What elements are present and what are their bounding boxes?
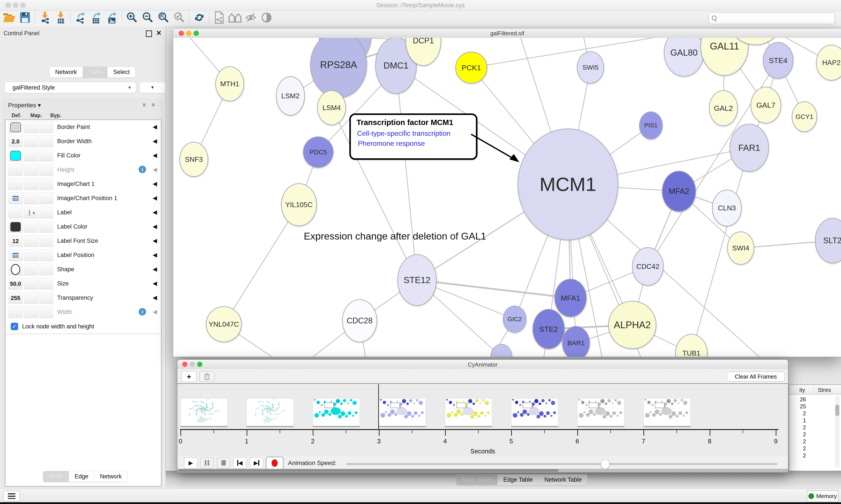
zoom-out-button[interactable] xyxy=(140,11,156,25)
save-session-button[interactable] xyxy=(17,11,33,25)
memory-button[interactable]: Memory xyxy=(807,490,838,502)
frame-thumbnail-7[interactable] xyxy=(643,398,691,426)
network-node-STE4[interactable]: STE4 xyxy=(763,42,793,79)
network-node-FAR1[interactable]: FAR1 xyxy=(730,124,769,172)
network-canvas[interactable]: Transcription factor MCM1 Cell-type-spec… xyxy=(173,38,841,357)
show-graphics-button[interactable] xyxy=(258,11,274,25)
property-row-border-paint[interactable]: Border Paint◀ xyxy=(5,120,160,134)
timeline[interactable]: Seconds 0123456789 xyxy=(177,384,788,456)
collapse-all-icon[interactable]: « xyxy=(152,101,156,109)
network-node-GCY1[interactable]: GCY1 xyxy=(792,101,817,132)
default-value-cell[interactable] xyxy=(8,178,22,190)
tab-network[interactable]: Network xyxy=(50,67,83,77)
speed-slider[interactable] xyxy=(346,463,777,465)
frame-thumbnail-2[interactable] xyxy=(313,398,360,426)
bypass-cell[interactable] xyxy=(39,306,53,318)
zoom-in-button[interactable] xyxy=(124,11,140,25)
mapping-cell[interactable] xyxy=(24,178,38,190)
network-node-MCM1[interactable]: MCM1 xyxy=(518,128,618,240)
speed-slider-thumb[interactable] xyxy=(601,459,609,469)
bypass-cell[interactable] xyxy=(39,207,53,218)
bypass-cell[interactable] xyxy=(39,292,53,304)
hide-graphics-button[interactable] xyxy=(243,11,258,25)
frame-thumbnail-5[interactable] xyxy=(511,398,558,426)
collapse-arrow-icon[interactable]: ◀ xyxy=(153,152,157,159)
property-row-label-font-size[interactable]: 12Label Font Size◀ xyxy=(5,234,160,248)
style-options-button[interactable]: ▾ xyxy=(139,82,165,93)
cyanimator-titlebar[interactable]: CyAnimator xyxy=(177,360,788,369)
zoom-selected-button[interactable] xyxy=(172,11,187,25)
bypass-cell[interactable] xyxy=(39,249,53,261)
open-session-button[interactable] xyxy=(1,11,17,25)
default-value-cell[interactable] xyxy=(8,249,22,261)
collapse-arrow-icon[interactable]: ◀ xyxy=(153,209,157,216)
default-value-cell[interactable] xyxy=(8,306,22,318)
default-value-cell[interactable]: 12 xyxy=(8,235,22,247)
network-node-MFA2[interactable]: MFA2 xyxy=(662,171,696,212)
network-node-SNF3[interactable]: SNF3 xyxy=(179,142,208,177)
timeline-scrollbar-thumb[interactable] xyxy=(178,469,558,472)
pause-button[interactable] xyxy=(200,457,214,469)
collapse-arrow-icon[interactable]: ◀ xyxy=(153,223,157,230)
network-node-LSM2[interactable]: LSM2 xyxy=(276,76,305,115)
collapse-arrow-icon[interactable]: ◀ xyxy=(153,308,157,315)
tab-select[interactable]: Select xyxy=(108,67,135,77)
property-row-width[interactable]: Widthi◀ xyxy=(5,305,160,320)
collapse-arrow-icon[interactable]: ◀ xyxy=(153,124,157,130)
mapping-cell[interactable] xyxy=(24,164,38,176)
mapping-cell[interactable] xyxy=(24,221,38,233)
scrollbar-thumb[interactable] xyxy=(835,404,839,416)
export-network-button[interactable] xyxy=(73,11,88,25)
info-icon[interactable]: i xyxy=(139,166,146,173)
network-node-YNL047C[interactable]: YNL047C xyxy=(206,306,242,342)
default-value-cell[interactable]: 2.0 xyxy=(8,136,22,147)
bypass-cell[interactable] xyxy=(39,121,53,133)
network-node-MTH1[interactable]: MTH1 xyxy=(215,66,244,101)
mapping-cell[interactable] xyxy=(24,121,38,133)
network-node-LSM4[interactable]: LSM4 xyxy=(317,90,346,125)
record-button[interactable] xyxy=(266,457,283,469)
annotation-link-2[interactable]: Pheromone response xyxy=(358,140,425,147)
mapping-cell[interactable]: ⋮› xyxy=(24,207,38,218)
tab-network-style[interactable]: Network xyxy=(94,471,127,482)
default-value-cell[interactable] xyxy=(8,193,22,204)
table-scrollbar[interactable] xyxy=(835,395,840,468)
frame-thumbnail-0[interactable] xyxy=(180,398,228,426)
properties-header[interactable]: Properties ▾ xyxy=(8,102,41,109)
skip-start-button[interactable]: ◀ xyxy=(233,457,247,469)
mapping-cell[interactable] xyxy=(24,264,38,275)
property-row-border-width[interactable]: 2.0Border Width◀ xyxy=(5,134,160,149)
network-node-CDC42[interactable]: CDC42 xyxy=(632,247,664,286)
network-node-GIC2[interactable]: GIC2 xyxy=(503,306,526,333)
default-value-cell[interactable]: 255 xyxy=(8,292,22,304)
property-row-fill-color[interactable]: Fill Color◀ xyxy=(5,148,160,163)
frame-thumbnail-6[interactable] xyxy=(577,398,624,426)
tab-node[interactable]: Node xyxy=(43,471,69,482)
style-select[interactable]: galFiltered Style ▾ xyxy=(4,82,136,93)
task-history-button[interactable] xyxy=(3,491,20,502)
mapping-cell[interactable] xyxy=(24,249,38,261)
property-row-image-chart-1[interactable]: Image/Chart 1◀ xyxy=(5,177,160,191)
collapse-arrow-icon[interactable]: ◀ xyxy=(153,138,157,144)
property-row-transparency[interactable]: 255Transparency◀ xyxy=(5,291,160,305)
play-button[interactable]: ▶ xyxy=(184,457,198,469)
nested-networks-button[interactable] xyxy=(227,11,243,25)
column-stress[interactable]: Stres xyxy=(818,386,831,393)
property-row-height[interactable]: Heighti◀ xyxy=(5,163,160,177)
network-node-SWI4[interactable]: SWI4 xyxy=(727,231,754,265)
collapse-arrow-icon[interactable]: ◀ xyxy=(153,280,157,287)
export-table-button[interactable] xyxy=(88,11,104,25)
property-row-label-color[interactable]: Label Color◀ xyxy=(5,220,160,234)
collapse-arrow-icon[interactable]: ◀ xyxy=(153,180,157,187)
network-node-PIS1[interactable]: PIS1 xyxy=(639,111,663,140)
bypass-cell[interactable] xyxy=(39,136,53,147)
network-node-YIL105C[interactable]: YIL105C xyxy=(281,183,317,226)
delete-frame-button[interactable] xyxy=(199,371,215,382)
mapping-cell[interactable] xyxy=(24,193,38,204)
clear-all-frames-button[interactable]: Clear All Frames xyxy=(727,372,785,382)
network-node-GAL7[interactable]: GAL7 xyxy=(751,87,781,124)
collapse-arrow-icon[interactable]: ◀ xyxy=(153,195,157,201)
skip-end-button[interactable]: ▶ xyxy=(250,457,263,469)
network-node-ALPHA2[interactable]: ALPHA2 xyxy=(608,301,656,349)
add-frame-button[interactable]: + xyxy=(181,371,197,382)
